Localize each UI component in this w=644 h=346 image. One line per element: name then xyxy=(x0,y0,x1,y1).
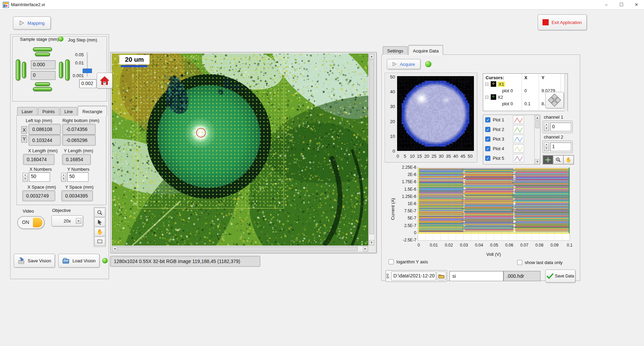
plot-visible-checkbox[interactable]: ✓ xyxy=(485,156,490,161)
legend-row: ✓Plot 5 xyxy=(483,153,540,163)
cursors-title: Cursors: xyxy=(486,75,504,80)
roi-x-button[interactable]: X xyxy=(21,126,27,134)
right-bottom-x-field[interactable]: -0.074356 xyxy=(62,124,95,134)
objective-dropdown[interactable]: 20x ▼ xyxy=(51,215,83,226)
x-space-field[interactable]: 0.0032749 xyxy=(23,191,55,201)
stage-down-fine-button[interactable] xyxy=(35,82,50,86)
path-control[interactable]: D:\data\2021-12-20 xyxy=(385,270,447,282)
minimize-button[interactable]: – xyxy=(599,0,614,10)
graph-cursor-tool-button[interactable] xyxy=(543,155,553,164)
load-vision-button[interactable]: Load Vision xyxy=(58,254,99,267)
plot-visible-checkbox[interactable]: ✓ xyxy=(485,117,490,122)
jog-step-value[interactable]: 0.002 xyxy=(79,79,96,88)
microscope-image[interactable] xyxy=(112,53,368,246)
y-length-field[interactable]: 0.16854 xyxy=(62,154,91,165)
viewer-vscrollbar[interactable]: ▲ ▼ xyxy=(369,53,374,246)
maximize-button[interactable]: ☐ xyxy=(614,0,629,10)
y-numbers-spinner[interactable]: ▲▼ xyxy=(61,173,66,182)
plot-line-swatch[interactable] xyxy=(513,116,524,124)
y-numbers-field[interactable]: 50 xyxy=(67,172,88,182)
right-bottom-y-field[interactable]: -0.065296 xyxy=(62,135,95,145)
x-numbers-spinner[interactable]: ▲▼ xyxy=(23,173,28,182)
tab-laser[interactable]: Laser xyxy=(17,107,37,116)
select-tool-button[interactable] xyxy=(94,217,105,227)
channel2-control[interactable]: ▲▼ 1 xyxy=(542,141,573,153)
show-last-data-label: show last data only xyxy=(525,260,563,265)
filename-input[interactable]: si xyxy=(449,271,503,281)
stage-left-coarse-button[interactable] xyxy=(16,59,20,81)
graph-zoom-icon xyxy=(556,157,561,163)
viewer-hscrollbar[interactable]: ◄ ► xyxy=(112,246,368,252)
tree-collapse-icon[interactable]: − xyxy=(485,96,488,99)
cursor-x1-icon: ✛ xyxy=(491,81,496,87)
rect-roi-tool-button[interactable] xyxy=(94,237,105,246)
stage-y-display[interactable]: 0 xyxy=(31,71,56,80)
plot-visible-checkbox[interactable]: ✓ xyxy=(485,146,490,151)
plot-visible-checkbox[interactable]: ✓ xyxy=(485,127,490,132)
browse-button[interactable] xyxy=(437,272,446,281)
stage-down-coarse-button[interactable] xyxy=(33,87,52,91)
tab-acquire-data[interactable]: Acquire Data xyxy=(408,45,443,55)
stage-left-fine-button[interactable] xyxy=(22,62,26,78)
graph-tool-palette: ✋ xyxy=(542,155,574,165)
intensity-map[interactable] xyxy=(397,76,474,151)
graph-pan-tool-button[interactable]: ✋ xyxy=(563,155,574,164)
stage-right-fine-button[interactable] xyxy=(59,62,63,78)
graph-zoom-tool-button[interactable] xyxy=(553,155,563,164)
scroll-right-icon[interactable]: ► xyxy=(363,246,368,251)
channel2-value[interactable]: 1 xyxy=(550,142,571,151)
scroll-left-icon[interactable]: ◄ xyxy=(112,246,117,251)
tree-collapse-icon[interactable]: − xyxy=(485,83,488,86)
scroll-down-icon[interactable]: ▼ xyxy=(369,240,374,245)
plot-line-swatch[interactable] xyxy=(513,135,524,143)
show-last-data-checkbox[interactable] xyxy=(517,260,522,265)
roi-y-button[interactable]: Y xyxy=(21,135,27,143)
mapping-button[interactable]: Mapping xyxy=(13,16,51,29)
pan-tool-button[interactable]: ✋ xyxy=(94,227,105,236)
iv-plot[interactable] xyxy=(418,167,570,241)
right-tabstrip: Settings Acquire Data xyxy=(383,43,444,55)
plot-visible-checkbox[interactable]: ✓ xyxy=(485,136,490,142)
y-space-field[interactable]: 0.0034395 xyxy=(62,191,93,201)
stage-right-coarse-button[interactable] xyxy=(65,59,70,81)
left-top-x-field[interactable]: 0.086108 xyxy=(29,124,60,134)
channel1-value[interactable]: 0 xyxy=(550,122,571,131)
video-toggle[interactable]: ON xyxy=(17,216,45,229)
stage-x-display[interactable]: 0.000 xyxy=(31,60,56,69)
jog-slider-handle[interactable] xyxy=(83,69,92,73)
zoom-tool-button[interactable] xyxy=(94,208,105,217)
plot-line-swatch[interactable] xyxy=(513,154,524,162)
save-vision-button[interactable]: Save Vision xyxy=(14,254,55,267)
legend-scrollbar[interactable]: ▲ ▼ xyxy=(534,115,540,164)
home-button[interactable] xyxy=(97,73,112,88)
stage-up-coarse-button[interactable] xyxy=(33,47,52,51)
cursors-scrollbar[interactable] xyxy=(564,74,568,111)
tab-rectangle[interactable]: Rectangle xyxy=(78,106,107,116)
cursor-x1-name[interactable]: X1 xyxy=(498,82,505,87)
acquire-label: Acquire xyxy=(400,62,415,67)
close-button[interactable]: ✕ xyxy=(629,0,644,10)
y-length-label: Y Length (mm) xyxy=(64,148,93,153)
exit-application-button[interactable]: Exit Application xyxy=(538,14,587,30)
tab-points[interactable]: Points xyxy=(38,107,59,116)
path-value[interactable]: D:\data\2021-12-20 xyxy=(391,272,436,281)
cursor-x2-x: 0.1 xyxy=(524,101,530,106)
jog-slider-track[interactable] xyxy=(87,52,88,77)
save-data-button[interactable]: Save Data xyxy=(545,270,575,283)
iv-graph-area: Current (A) 2.25E-62E-61.75E-61.5E-61.25… xyxy=(387,166,575,257)
plot-line-swatch[interactable] xyxy=(513,125,524,133)
scroll-up-icon[interactable]: ▲ xyxy=(369,54,374,59)
magnifier-icon xyxy=(97,210,103,215)
x-length-field[interactable]: 0.160474 xyxy=(23,154,54,165)
x-numbers-field[interactable]: 50 xyxy=(29,172,50,182)
cursor-move-button[interactable] xyxy=(545,92,564,108)
cursor-x2-name[interactable]: X2 xyxy=(498,95,503,100)
logarithm-y-checkbox[interactable] xyxy=(389,259,394,264)
acquire-button[interactable]: Acquire xyxy=(387,59,420,69)
stage-up-fine-button[interactable] xyxy=(35,52,50,56)
channel1-control[interactable]: ▲▼ 0 xyxy=(542,121,573,133)
tab-line[interactable]: Line xyxy=(60,107,77,116)
left-top-y-field[interactable]: 0.103244 xyxy=(29,135,60,145)
plot-line-swatch[interactable] xyxy=(513,144,524,153)
tab-settings[interactable]: Settings xyxy=(383,46,408,55)
